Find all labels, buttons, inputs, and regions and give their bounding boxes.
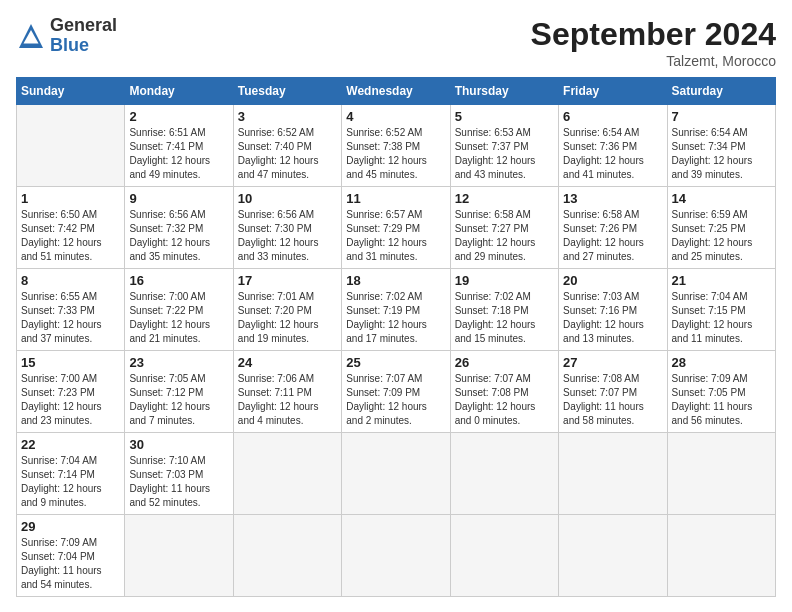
day-number: 9 [129,191,228,206]
calendar-table: SundayMondayTuesdayWednesdayThursdayFrid… [16,77,776,597]
calendar-cell: 15Sunrise: 7:00 AM Sunset: 7:23 PM Dayli… [17,351,125,433]
cell-content: Sunrise: 7:01 AM Sunset: 7:20 PM Dayligh… [238,290,337,346]
logo-blue-text: Blue [50,36,117,56]
calendar-cell: 29Sunrise: 7:09 AM Sunset: 7:04 PM Dayli… [17,515,125,597]
cell-content: Sunrise: 7:02 AM Sunset: 7:19 PM Dayligh… [346,290,445,346]
cell-content: Sunrise: 6:59 AM Sunset: 7:25 PM Dayligh… [672,208,771,264]
calendar-cell: 23Sunrise: 7:05 AM Sunset: 7:12 PM Dayli… [125,351,233,433]
cell-content: Sunrise: 7:06 AM Sunset: 7:11 PM Dayligh… [238,372,337,428]
calendar-cell: 26Sunrise: 7:07 AM Sunset: 7:08 PM Dayli… [450,351,558,433]
day-header-saturday: Saturday [667,78,775,105]
day-number: 16 [129,273,228,288]
day-number: 8 [21,273,120,288]
day-number: 29 [21,519,120,534]
calendar-cell [450,433,558,515]
cell-content: Sunrise: 7:03 AM Sunset: 7:16 PM Dayligh… [563,290,662,346]
day-number: 3 [238,109,337,124]
page-header: General Blue September 2024 Talzemt, Mor… [16,16,776,69]
day-header-monday: Monday [125,78,233,105]
day-number: 26 [455,355,554,370]
day-number: 28 [672,355,771,370]
calendar-cell: 25Sunrise: 7:07 AM Sunset: 7:09 PM Dayli… [342,351,450,433]
day-number: 18 [346,273,445,288]
calendar-cell [17,105,125,187]
cell-content: Sunrise: 6:57 AM Sunset: 7:29 PM Dayligh… [346,208,445,264]
day-number: 2 [129,109,228,124]
calendar-cell: 21Sunrise: 7:04 AM Sunset: 7:15 PM Dayli… [667,269,775,351]
week-row-6: 29Sunrise: 7:09 AM Sunset: 7:04 PM Dayli… [17,515,776,597]
calendar-cell: 18Sunrise: 7:02 AM Sunset: 7:19 PM Dayli… [342,269,450,351]
cell-content: Sunrise: 7:00 AM Sunset: 7:23 PM Dayligh… [21,372,120,428]
day-number: 27 [563,355,662,370]
calendar-cell [667,515,775,597]
header-row: SundayMondayTuesdayWednesdayThursdayFrid… [17,78,776,105]
day-number: 25 [346,355,445,370]
calendar-body: 2Sunrise: 6:51 AM Sunset: 7:41 PM Daylig… [17,105,776,597]
day-number: 23 [129,355,228,370]
cell-content: Sunrise: 7:04 AM Sunset: 7:14 PM Dayligh… [21,454,120,510]
logo-general-text: General [50,16,117,36]
day-number: 22 [21,437,120,452]
cell-content: Sunrise: 6:54 AM Sunset: 7:36 PM Dayligh… [563,126,662,182]
calendar-cell [450,515,558,597]
week-row-2: 1Sunrise: 6:50 AM Sunset: 7:42 PM Daylig… [17,187,776,269]
calendar-cell: 20Sunrise: 7:03 AM Sunset: 7:16 PM Dayli… [559,269,667,351]
day-number: 6 [563,109,662,124]
cell-content: Sunrise: 7:08 AM Sunset: 7:07 PM Dayligh… [563,372,662,428]
day-number: 10 [238,191,337,206]
cell-content: Sunrise: 6:52 AM Sunset: 7:38 PM Dayligh… [346,126,445,182]
day-header-wednesday: Wednesday [342,78,450,105]
cell-content: Sunrise: 7:10 AM Sunset: 7:03 PM Dayligh… [129,454,228,510]
cell-content: Sunrise: 6:50 AM Sunset: 7:42 PM Dayligh… [21,208,120,264]
calendar-cell: 24Sunrise: 7:06 AM Sunset: 7:11 PM Dayli… [233,351,341,433]
cell-content: Sunrise: 7:00 AM Sunset: 7:22 PM Dayligh… [129,290,228,346]
day-number: 30 [129,437,228,452]
calendar-cell [125,515,233,597]
cell-content: Sunrise: 6:58 AM Sunset: 7:26 PM Dayligh… [563,208,662,264]
cell-content: Sunrise: 7:04 AM Sunset: 7:15 PM Dayligh… [672,290,771,346]
calendar-cell: 16Sunrise: 7:00 AM Sunset: 7:22 PM Dayli… [125,269,233,351]
day-number: 11 [346,191,445,206]
week-row-3: 8Sunrise: 6:55 AM Sunset: 7:33 PM Daylig… [17,269,776,351]
calendar-cell: 12Sunrise: 6:58 AM Sunset: 7:27 PM Dayli… [450,187,558,269]
calendar-cell [342,433,450,515]
day-number: 15 [21,355,120,370]
calendar-cell: 6Sunrise: 6:54 AM Sunset: 7:36 PM Daylig… [559,105,667,187]
day-number: 14 [672,191,771,206]
cell-content: Sunrise: 7:09 AM Sunset: 7:05 PM Dayligh… [672,372,771,428]
calendar-cell: 8Sunrise: 6:55 AM Sunset: 7:33 PM Daylig… [17,269,125,351]
cell-content: Sunrise: 7:02 AM Sunset: 7:18 PM Dayligh… [455,290,554,346]
day-number: 5 [455,109,554,124]
calendar-cell: 1Sunrise: 6:50 AM Sunset: 7:42 PM Daylig… [17,187,125,269]
calendar-cell: 30Sunrise: 7:10 AM Sunset: 7:03 PM Dayli… [125,433,233,515]
cell-content: Sunrise: 6:55 AM Sunset: 7:33 PM Dayligh… [21,290,120,346]
cell-content: Sunrise: 6:51 AM Sunset: 7:41 PM Dayligh… [129,126,228,182]
calendar-cell [233,433,341,515]
day-number: 24 [238,355,337,370]
day-number: 20 [563,273,662,288]
cell-content: Sunrise: 6:54 AM Sunset: 7:34 PM Dayligh… [672,126,771,182]
calendar-cell: 3Sunrise: 6:52 AM Sunset: 7:40 PM Daylig… [233,105,341,187]
cell-content: Sunrise: 7:05 AM Sunset: 7:12 PM Dayligh… [129,372,228,428]
calendar-cell: 2Sunrise: 6:51 AM Sunset: 7:41 PM Daylig… [125,105,233,187]
calendar-cell: 28Sunrise: 7:09 AM Sunset: 7:05 PM Dayli… [667,351,775,433]
day-header-thursday: Thursday [450,78,558,105]
calendar-cell [559,515,667,597]
cell-content: Sunrise: 6:56 AM Sunset: 7:32 PM Dayligh… [129,208,228,264]
week-row-4: 15Sunrise: 7:00 AM Sunset: 7:23 PM Dayli… [17,351,776,433]
day-number: 7 [672,109,771,124]
cell-content: Sunrise: 6:56 AM Sunset: 7:30 PM Dayligh… [238,208,337,264]
location-subtitle: Talzemt, Morocco [531,53,776,69]
calendar-cell: 4Sunrise: 6:52 AM Sunset: 7:38 PM Daylig… [342,105,450,187]
day-number: 4 [346,109,445,124]
calendar-cell: 11Sunrise: 6:57 AM Sunset: 7:29 PM Dayli… [342,187,450,269]
cell-content: Sunrise: 6:53 AM Sunset: 7:37 PM Dayligh… [455,126,554,182]
cell-content: Sunrise: 6:58 AM Sunset: 7:27 PM Dayligh… [455,208,554,264]
calendar-cell: 13Sunrise: 6:58 AM Sunset: 7:26 PM Dayli… [559,187,667,269]
calendar-cell [233,515,341,597]
month-title: September 2024 [531,16,776,53]
cell-content: Sunrise: 7:07 AM Sunset: 7:08 PM Dayligh… [455,372,554,428]
cell-content: Sunrise: 6:52 AM Sunset: 7:40 PM Dayligh… [238,126,337,182]
day-number: 17 [238,273,337,288]
calendar-header: SundayMondayTuesdayWednesdayThursdayFrid… [17,78,776,105]
